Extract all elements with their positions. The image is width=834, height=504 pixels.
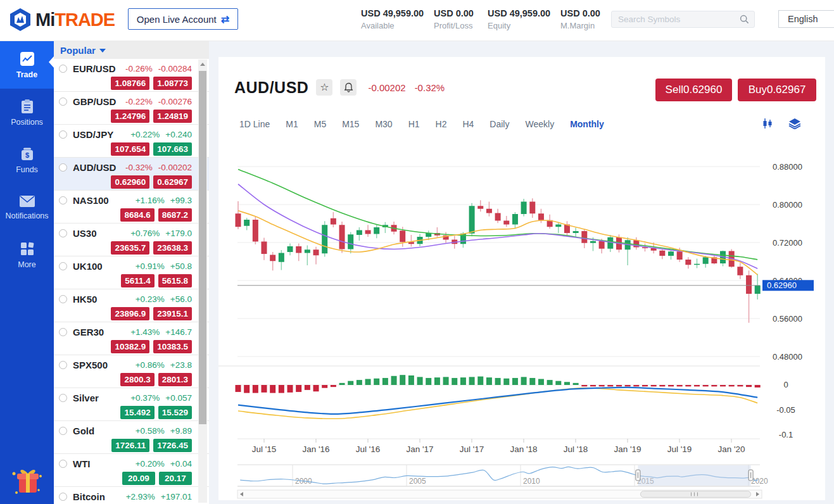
stat-equity: USD 49,959.00 Equity: [488, 8, 550, 30]
ask-badge[interactable]: 107.663: [153, 142, 192, 156]
watchlist-scrollbar-thumb[interactable]: [199, 71, 206, 424]
sidebar-item-positions[interactable]: Positions: [0, 89, 54, 136]
hscrollbar-thumb[interactable]: [640, 491, 750, 498]
timeframe-tab-monthly[interactable]: Monthly: [570, 119, 604, 129]
symbol-row-bitcoin[interactable]: Bitcoin +2.93% +197.01: [54, 487, 209, 504]
change-value: +0.057: [165, 393, 192, 403]
symbol-row-wti[interactable]: WTI +0.20% +0.04 20.09 20.17: [54, 454, 209, 487]
ask-badge[interactable]: 10383.5: [153, 340, 192, 353]
bid-badge[interactable]: 10382.9: [111, 340, 149, 353]
symbol-radio[interactable]: [59, 460, 67, 468]
sidebar-item-notifications[interactable]: Notifications: [0, 184, 54, 231]
ask-badge[interactable]: 1.08773: [153, 77, 192, 90]
symbol-radio[interactable]: [59, 328, 67, 336]
indicators-layers-icon[interactable]: [788, 118, 801, 129]
timeframe-tab-m5[interactable]: M5: [314, 119, 326, 129]
ask-badge[interactable]: 23638.3: [153, 241, 192, 255]
watchlist-scrollbar[interactable]: [198, 60, 207, 503]
symbol-row-gbp-usd[interactable]: GBP/USD -0.22% -0.00276 1.24796 1.24819: [54, 92, 209, 125]
bid-badge[interactable]: 15.492: [120, 406, 154, 419]
symbol-radio[interactable]: [59, 229, 67, 237]
watchlist-filter-dropdown[interactable]: Popular: [54, 41, 209, 59]
symbol-row-aud-usd[interactable]: AUD/USD -0.32% -0.00202 0.62960 0.62967: [54, 158, 209, 191]
ask-badge[interactable]: 20.17: [159, 472, 192, 485]
bid-badge[interactable]: 5611.4: [121, 274, 155, 287]
symbol-row-us30[interactable]: US30 +0.76% +179.0 23635.7 23638.3: [54, 224, 209, 256]
bid-badge[interactable]: 1726.11: [111, 439, 149, 452]
bid-badge[interactable]: 20.09: [122, 472, 155, 485]
ask-badge[interactable]: 1.24819: [153, 110, 192, 123]
alert-button[interactable]: [340, 79, 357, 96]
ask-badge[interactable]: 23915.1: [153, 307, 192, 320]
symbol-radio[interactable]: [59, 163, 67, 172]
ask-badge[interactable]: 5615.8: [158, 274, 192, 287]
timeframe-tab-1d-line[interactable]: 1D Line: [239, 119, 270, 129]
scroll-up-button[interactable]: [198, 60, 207, 68]
bid-badge[interactable]: 23896.9: [111, 307, 149, 320]
sidebar-item-more[interactable]: More: [0, 231, 54, 279]
symbol-row-hk50[interactable]: HK50 +0.23% +56.0 23896.9 23915.1: [54, 289, 209, 322]
symbol-radio[interactable]: [59, 493, 67, 501]
bid-badge[interactable]: 8684.6: [120, 208, 154, 222]
symbol-row-ger30[interactable]: GER30 +1.43% +146.7 10382.9 10383.5: [54, 322, 209, 355]
symbol-row-usd-jpy[interactable]: USD/JPY +0.22% +0.240 107.654 107.663: [54, 125, 209, 158]
macd-histogram-bar: [486, 377, 492, 385]
symbol-radio[interactable]: [59, 394, 67, 402]
bid-badge[interactable]: 1.08766: [111, 77, 149, 90]
symbol-radio[interactable]: [59, 130, 67, 139]
timeframe-tab-daily[interactable]: Daily: [490, 119, 509, 129]
available-value: USD 49,959.00: [361, 8, 424, 18]
symbol-radio[interactable]: [59, 427, 67, 435]
symbol-radio[interactable]: [59, 361, 67, 369]
symbol-radio[interactable]: [59, 262, 67, 270]
favorite-button[interactable]: ☆: [316, 79, 332, 96]
ask-badge[interactable]: 1726.45: [153, 439, 192, 452]
macd-histogram-bar: [599, 385, 605, 386]
symbol-prices: 0.62960 0.62967: [59, 175, 192, 189]
navigator-selected-range[interactable]: [638, 465, 750, 486]
timeframe-tab-m15[interactable]: M15: [342, 119, 359, 129]
bid-badge[interactable]: 2800.3: [120, 373, 154, 386]
timeframe-tab-m1[interactable]: M1: [286, 119, 298, 129]
brand-logo[interactable]: MiTRADE: [9, 8, 115, 32]
symbol-row-gold[interactable]: Gold +0.58% +9.89 1726.11 1726.45: [54, 421, 209, 454]
symbol-radio[interactable]: [59, 196, 67, 205]
search-icon[interactable]: [740, 15, 749, 24]
ask-badge[interactable]: 2801.3: [158, 373, 192, 386]
symbol-row-uk100[interactable]: UK100 +0.91% +50.8 5611.4 5615.8: [54, 256, 209, 289]
symbol-row-nas100[interactable]: NAS100 +1.16% +99.3 8684.6 8687.2: [54, 191, 209, 224]
timeframe-tab-m30[interactable]: M30: [375, 119, 392, 129]
promotion-gift-icon[interactable]: [9, 462, 44, 498]
bid-badge[interactable]: 0.62960: [111, 175, 149, 189]
ask-badge[interactable]: 8687.2: [158, 208, 192, 222]
bid-badge[interactable]: 107.654: [111, 142, 149, 156]
price-chart[interactable]: 0.880000.800000.720000.640000.560000.480…: [218, 146, 825, 500]
symbol-row-spx500[interactable]: SPX500 +0.86% +23.8 2800.3 2801.3: [54, 355, 209, 388]
sidebar-item-funds[interactable]: $ Funds: [0, 136, 54, 184]
buy-button[interactable]: Buy0.62967: [738, 79, 816, 101]
timeframe-tab-h2[interactable]: H2: [436, 119, 447, 129]
language-selector[interactable]: English: [778, 10, 834, 28]
macd-histogram-bar: [729, 385, 735, 386]
macd-histogram-bar: [651, 385, 657, 386]
sidebar-item-trade[interactable]: Trade: [0, 41, 54, 89]
symbol-name: WTI: [73, 458, 91, 469]
bid-badge[interactable]: 1.24796: [111, 110, 149, 123]
ask-badge[interactable]: 0.62967: [153, 175, 192, 189]
chart-type-icon[interactable]: [762, 118, 773, 129]
instrument-change: -0.00202 -0.32%: [368, 82, 445, 93]
search-input[interactable]: [617, 14, 740, 25]
bid-badge[interactable]: 23635.7: [111, 241, 149, 255]
symbol-radio[interactable]: [59, 295, 67, 303]
symbol-row-eur-usd[interactable]: EUR/USD -0.26% -0.00284 1.08766 1.08773: [54, 59, 209, 92]
ask-badge[interactable]: 15.529: [158, 406, 192, 419]
symbol-row-silver[interactable]: Silver +0.37% +0.057 15.492 15.529: [54, 388, 209, 421]
timeframe-tab-h4[interactable]: H4: [462, 119, 474, 129]
symbol-radio[interactable]: [59, 65, 67, 73]
macd-histogram-bar: [607, 385, 613, 386]
open-live-account-button[interactable]: Open Live Account ⇄: [128, 8, 238, 30]
symbol-radio[interactable]: [59, 98, 67, 106]
timeframe-tab-h1[interactable]: H1: [408, 119, 420, 129]
timeframe-tab-weekly[interactable]: Weekly: [525, 119, 554, 129]
sell-button[interactable]: Sell0.62960: [655, 79, 732, 101]
